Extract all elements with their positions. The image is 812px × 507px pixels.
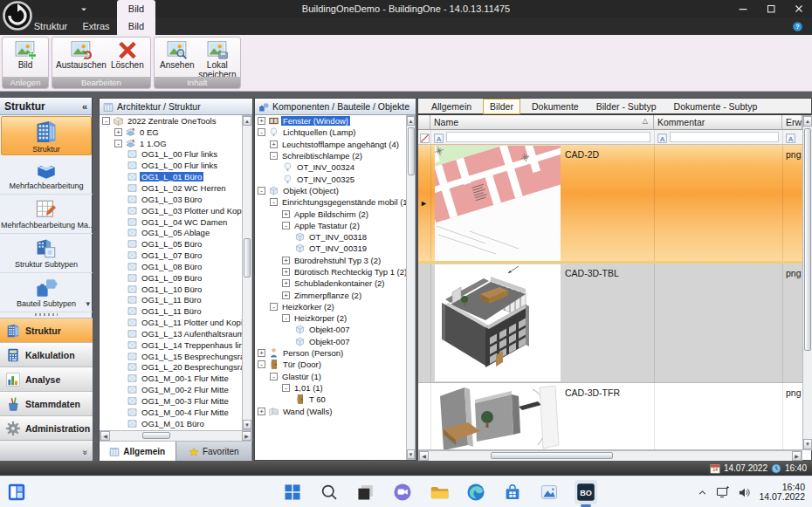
expand-icon[interactable]: +	[258, 349, 265, 357]
tree-item-og1-l-02-wc-herren[interactable]: OG1_L_02 WC Herren	[100, 182, 242, 194]
tree-item-og1-l-09-büro[interactable]: OG1_L_09 Büro	[100, 272, 242, 284]
sidebar-module-analyse[interactable]: Analyse	[0, 367, 93, 391]
tree-item-objekt-object[interactable]: -Objekt (Object)	[255, 185, 406, 196]
tree-item-og1-l-01-büro[interactable]: OG1_L_01 Büro	[100, 171, 242, 182]
tree-item-ot-inv-00325[interactable]: OT_INV_00325	[255, 173, 406, 184]
sidebar-tool-struktur-subtypen[interactable]: Struktur Subtypen	[0, 234, 93, 273]
store-taskbar-button[interactable]	[501, 480, 524, 504]
tree-item-og1-m-00-1-flur-mitte[interactable]: OG1_M_00-1 Flur Mitte	[100, 373, 242, 384]
scroll-up-icon[interactable]: ▲	[243, 116, 251, 126]
tab-dokumente-subtyp[interactable]: Dokumente - Subtyp	[668, 99, 764, 113]
ribbon-button-bild[interactable]: Bild	[6, 39, 45, 70]
tree-item-og1-l-11-plotter-und-kopie[interactable]: OG1_L_11 Plotter und Kopie...	[100, 317, 242, 328]
sidebar-collapse-icon[interactable]: «	[82, 101, 87, 112]
tree-item-og1-m-01-büro[interactable]: OG1_M_01 Büro	[100, 418, 242, 429]
expand-icon[interactable]: +	[282, 279, 290, 287]
ribbon-button-lokal-speichern[interactable]: Lokal speichern	[198, 39, 237, 79]
tree-item-og1-l-15-besprechungsraum[interactable]: OG1_L_15 Besprechungsraum	[100, 351, 242, 362]
sidebar-tool-struktur[interactable]: Struktur	[1, 116, 92, 155]
column-header-name[interactable]: Name△	[430, 115, 654, 130]
tab-favoriten[interactable]: Favoriten	[176, 442, 253, 462]
scroll-right-icon[interactable]: ▶	[242, 431, 251, 441]
collapse-icon[interactable]: -	[258, 187, 265, 195]
collapse-icon[interactable]: -	[270, 152, 278, 160]
buildingone-taskbar-button[interactable]: BO	[575, 480, 597, 504]
clear-filter-icon[interactable]	[420, 132, 430, 141]
tree-item-person-person[interactable]: +Person (Person)	[255, 347, 406, 359]
tree-item-heizkörper-2[interactable]: -Heizkörper (2)	[255, 312, 406, 324]
tree-item-og1-l-03-plotter-und-kopie[interactable]: OG1_L_03 Plotter und Kopie...	[100, 205, 242, 216]
tree-item-t-60[interactable]: T 60	[255, 394, 406, 405]
collapse-icon[interactable]: -	[258, 360, 265, 368]
tab-bilder[interactable]: Bilder	[483, 99, 520, 114]
scroll-down-icon[interactable]: ▼	[407, 449, 415, 459]
scroll-left-icon[interactable]: ◀	[419, 451, 429, 461]
tree-item-lichtquellen-lamp[interactable]: -Lichtquellen (Lamp)	[255, 127, 406, 138]
tree-item-bürodrehstuhl-typ-3-2[interactable]: +Bürodrehstuhl Typ 3 (2)	[255, 255, 406, 266]
tree-item-wand-walls[interactable]: +Wand (Walls)	[255, 405, 406, 416]
tree-item-og1-l-00-flur-links[interactable]: OG1_L_00 Flur links	[100, 149, 242, 161]
image-row-cad-2d[interactable]: ►CAD-2Dpng	[418, 145, 802, 264]
tree-item-1-1-og[interactable]: -1 1.OG	[100, 138, 242, 149]
tree-item-og1-l-10-büro[interactable]: OG1_L_10 Büro	[100, 284, 242, 295]
expand-icon[interactable]: +	[270, 140, 278, 148]
sidebar-tool-bauteil-subtypen[interactable]: Bauteil Subtypen▾	[0, 273, 93, 312]
tree-item-fenster-window[interactable]: +Fenster (Window)	[255, 115, 406, 127]
scroll-up-icon[interactable]: ▲	[803, 116, 812, 127]
tree-item-schubladenkontainer-2[interactable]: +Schubladenkontainer (2)	[255, 277, 406, 289]
scrollbar-thumb[interactable]	[408, 127, 415, 175]
collapse-icon[interactable]: -	[114, 140, 122, 147]
tree-item-ot-inv-00324[interactable]: OT_INV_00324	[255, 161, 406, 173]
start-taskbar-button[interactable]	[281, 480, 304, 504]
tree-item-1-01-1[interactable]: -1,01 (1)	[255, 382, 406, 394]
speaker-icon[interactable]	[738, 486, 751, 499]
tree-item-og1-m-00-4-flur-mitte[interactable]: OG1_M_00-4 Flur Mitte	[100, 407, 242, 418]
collapse-icon[interactable]: -	[282, 314, 290, 322]
tree-item-og1-l-08-büro[interactable]: OG1_L_08 Büro	[100, 261, 242, 272]
help-icon[interactable]: ?	[792, 20, 803, 32]
collapse-icon[interactable]: -	[270, 198, 278, 206]
sidebar-module-struktur[interactable]: Struktur	[0, 318, 93, 342]
image-row-cad-3d-tfr[interactable]: CAD-3D-TFRpng	[418, 383, 802, 450]
tree-item-og1-l-00-flur-links[interactable]: OG1_L_00 Flur links	[100, 160, 242, 171]
kommentar-filter-icon[interactable]: A	[657, 132, 667, 141]
collapse-icon[interactable]: -	[270, 373, 278, 380]
app-logo-icon[interactable]	[3, 1, 32, 31]
ribbon-button-löschen[interactable]: Löschen	[108, 39, 147, 70]
tree-item-objekt-007[interactable]: Objekt-007	[255, 324, 406, 335]
sidebar-tool-mehrfachbearbeitung[interactable]: Mehrfachbearbeitung	[0, 155, 93, 195]
tree-item-og1-l-07-büro[interactable]: OG1_L_07 Büro	[100, 250, 242, 261]
tree-item-og1-l-13-aufenthaltsraum[interactable]: OG1_L_13 Aufenthaltsraum	[100, 328, 242, 339]
sidebar-module-administration[interactable]: Administration	[0, 415, 93, 440]
tree-item-objekt-007[interactable]: Objekt-007	[255, 336, 406, 347]
qat-caret-down-icon[interactable]	[79, 3, 89, 15]
tree-item-0-eg[interactable]: +0 EG	[100, 127, 242, 138]
tree-item-glastür-1[interactable]: -Glastür (1)	[255, 371, 406, 382]
network-icon[interactable]	[716, 485, 730, 499]
tree-item-heizkörker-2[interactable]: -Heizkörker (2)	[255, 301, 406, 312]
tray-expand-icon[interactable]	[697, 486, 708, 498]
tree-item-2022-zentrale-onetools[interactable]: -2022 Zentrale OneTools	[100, 115, 242, 127]
sidebar-module-stammdaten[interactable]: Stammdaten	[0, 391, 93, 415]
sidebar-overflow-icon[interactable]: »	[81, 450, 91, 456]
tab-allgemein[interactable]: Allgemein	[100, 442, 176, 462]
scroll-up-icon[interactable]: ▲	[407, 116, 415, 126]
expand-icon[interactable]: +	[282, 257, 290, 264]
sidebar-tool-mehrfachbearbeitung-ma[interactable]: Mehrfachbearbeitung Ma...	[0, 195, 93, 234]
explorer-taskbar-button[interactable]	[428, 480, 451, 504]
tab-bilder-subtyp[interactable]: Bilder - Subtyp	[590, 99, 663, 113]
ribbon-tab-bild[interactable]: Bild	[117, 17, 155, 35]
tree-item-einrichtungsgegenstände-mobil-12[interactable]: -Einrichtungsgegenstände mobil (12)	[255, 196, 406, 208]
scroll-left-icon[interactable]: ◀	[100, 431, 110, 441]
caret-down-icon[interactable]: ▾	[86, 299, 90, 308]
scrollbar-thumb[interactable]	[244, 238, 251, 277]
tree-item-og1-l-20-besprechungsraum[interactable]: OG1_L_20 Besprechungsraum	[100, 362, 242, 373]
tree-item-leuchtstofflampe-angehängt-4[interactable]: +Leuchtstofflampe angehängt (4)	[255, 139, 406, 150]
sidebar-splitter[interactable]	[0, 311, 93, 318]
tree-item-og1-l-03-büro[interactable]: OG1_L_03 Büro	[100, 194, 242, 205]
expand-icon[interactable]: +	[114, 128, 122, 136]
tab-allgemein[interactable]: Allgemein	[425, 99, 478, 113]
taskview-taskbar-button[interactable]	[354, 480, 377, 504]
tree-item-tür-door[interactable]: -Tür (Door)	[255, 359, 406, 370]
expand-icon[interactable]: +	[282, 210, 290, 218]
